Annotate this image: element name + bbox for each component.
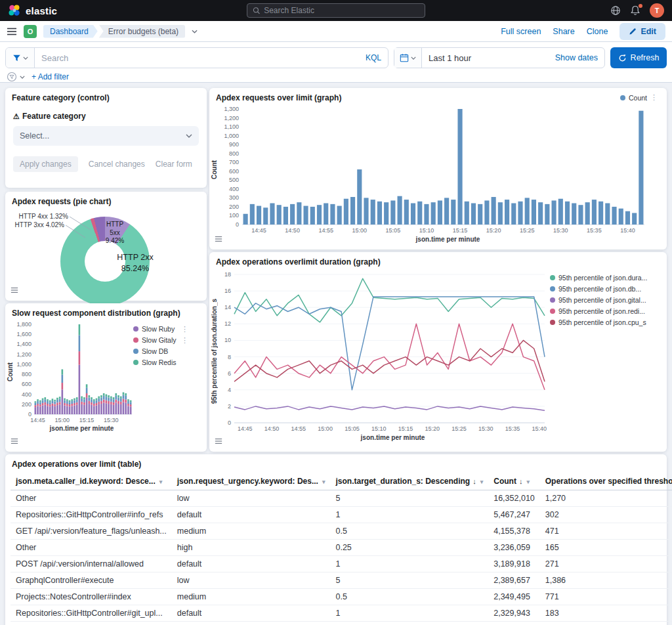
- svg-text:14: 14: [224, 304, 231, 311]
- svg-text:15:10: 15:10: [419, 227, 434, 234]
- svg-text:14:50: 14:50: [264, 425, 280, 432]
- table-cell: 0.5: [330, 523, 488, 540]
- table-cell: Other: [10, 540, 172, 556]
- legend-item-count[interactable]: Count ⋮: [620, 93, 660, 102]
- chevron-down-icon: [186, 134, 192, 138]
- legend-kebab-icon[interactable]: ⋮: [181, 324, 191, 334]
- svg-text:300: 300: [229, 194, 239, 201]
- table-cell: medium: [172, 523, 331, 540]
- legend-dot: [550, 309, 555, 314]
- breadcrumb-dashboard[interactable]: Dashboard: [43, 25, 98, 38]
- saved-query-menu-button[interactable]: [6, 48, 35, 68]
- menu-hamburger-icon[interactable]: [7, 26, 17, 37]
- panel-options-icon[interactable]: [10, 285, 18, 297]
- legend-item[interactable]: 95th percentile of json.gital...: [550, 295, 650, 305]
- svg-text:15:35: 15:35: [505, 425, 520, 432]
- panel-options-icon[interactable]: [215, 234, 222, 246]
- kql-search-box[interactable]: KQL: [35, 48, 388, 68]
- edit-button[interactable]: Edit: [620, 23, 665, 40]
- pie-callout-http4xx: HTTP 4xx 1.32%: [14, 213, 68, 220]
- time-range-display[interactable]: Last 1 hour Show dates: [422, 53, 604, 63]
- search-icon: [253, 7, 260, 14]
- global-search-input[interactable]: [264, 6, 419, 15]
- line-chart[interactable]: 02468101214161814:4514:5014:5515:0015:05…: [219, 269, 550, 433]
- feature-category-select[interactable]: Select...: [13, 126, 199, 146]
- table-row: Repositories::GitHttpController#info_ref…: [10, 507, 672, 523]
- svg-text:15:00: 15:00: [318, 425, 333, 432]
- table-row: POST /api/:version/internal/alloweddefau…: [10, 556, 672, 572]
- dashboard-grid: Feature category (control) ⚠ Feature cat…: [0, 83, 672, 625]
- table-column-header[interactable]: json.request_urgency.keyword: Des...▾: [172, 473, 331, 490]
- legend-item[interactable]: Slow DB: [133, 347, 191, 356]
- sort-descending-icon: ↓: [472, 477, 476, 485]
- table-cell: 16,352,010: [488, 490, 540, 507]
- full-screen-button[interactable]: Full screen: [501, 27, 541, 36]
- table-cell: 1,106: [540, 622, 672, 625]
- cancel-changes-button[interactable]: Cancel changes: [89, 160, 145, 169]
- add-filter-button[interactable]: + Add filter: [32, 72, 69, 81]
- chevron-down-icon[interactable]: [20, 75, 25, 79]
- svg-text:15:00: 15:00: [55, 417, 70, 423]
- legend-item[interactable]: Slow Gitaly⋮: [133, 335, 191, 345]
- global-search-box[interactable]: [247, 3, 425, 18]
- svg-text:900: 900: [229, 141, 239, 148]
- elastic-home-link[interactable]: elastic: [8, 4, 57, 17]
- stacked-bar-chart[interactable]: 02004006008001,0001,2001,4001,6001,80014…: [14, 320, 133, 424]
- svg-text:1,400: 1,400: [16, 341, 32, 347]
- date-picker-menu-button[interactable]: [394, 48, 422, 68]
- pie-callout-http3xx: HTTP 3xx 4.02%: [10, 221, 64, 228]
- svg-text:15:05: 15:05: [386, 227, 401, 234]
- panel-title: Slow request component distribution (gra…: [5, 303, 207, 319]
- table-row: Repositories::GitHttpController#git_upl.…: [10, 605, 672, 622]
- bar-chart[interactable]: 01002003004005006007008009001,0001,1001,…: [219, 105, 648, 235]
- legend-item[interactable]: Slow Redis: [133, 358, 191, 367]
- share-button[interactable]: Share: [553, 27, 574, 36]
- panel-options-icon[interactable]: [215, 436, 222, 448]
- svg-text:15:40: 15:40: [532, 425, 547, 432]
- legend-item[interactable]: Slow Ruby⋮: [133, 324, 191, 334]
- kql-toggle[interactable]: KQL: [366, 53, 381, 62]
- panel-apdex-requests-over-limit: Apdex requests over limit (graph) Count …: [209, 88, 667, 249]
- table-column-header[interactable]: Count↓▾: [488, 473, 540, 490]
- legend-item[interactable]: 95th percentile of json.redi...: [550, 307, 650, 316]
- column-menu-chevron-icon[interactable]: ▾: [526, 479, 530, 485]
- column-menu-chevron-icon[interactable]: ▾: [159, 479, 163, 485]
- legend-item[interactable]: 95th percentile of json.db...: [550, 284, 650, 293]
- dashboard-menu-chevron-icon[interactable]: [192, 30, 198, 33]
- legend-label: 95th percentile of json.cpu_s: [558, 318, 646, 327]
- show-dates-button[interactable]: Show dates: [555, 53, 598, 62]
- panel-options-icon[interactable]: [10, 436, 18, 448]
- kql-search-input[interactable]: [41, 53, 360, 63]
- svg-text:12: 12: [224, 320, 231, 327]
- panel-title: Apdex operations overlimit duration (gra…: [209, 252, 667, 268]
- table-cell: 2,160,602: [488, 622, 540, 625]
- table-column-header[interactable]: json.target_duration_s: Descending↓▾: [330, 473, 488, 490]
- clone-button[interactable]: Clone: [587, 27, 608, 36]
- table-cell: 4,155,378: [488, 523, 540, 540]
- notifications-bell-icon[interactable]: [630, 5, 640, 16]
- deployment-icon[interactable]: [610, 5, 621, 16]
- clear-form-button[interactable]: Clear form: [156, 160, 192, 169]
- table-cell: Other: [10, 490, 172, 507]
- table-cell: 183: [540, 605, 672, 622]
- table-column-header[interactable]: Operations over specified threshold...▾: [540, 473, 672, 490]
- column-menu-chevron-icon[interactable]: ▾: [480, 479, 484, 485]
- legend-item[interactable]: 95th percentile of json.cpu_s: [550, 318, 650, 327]
- legend-dot: [550, 297, 555, 303]
- table-cell: 5: [330, 572, 488, 589]
- refresh-button[interactable]: Refresh: [610, 47, 667, 68]
- table-cell: GraphqlController#execute: [10, 572, 172, 589]
- filter-circle-icon[interactable]: [7, 72, 17, 82]
- user-avatar[interactable]: T: [650, 3, 664, 18]
- legend-kebab-icon[interactable]: ⋮: [181, 335, 191, 345]
- column-menu-chevron-icon[interactable]: ▾: [322, 479, 326, 485]
- space-badge[interactable]: O: [24, 25, 37, 38]
- filter-funnel-icon: [12, 54, 21, 62]
- svg-text:16: 16: [224, 288, 231, 294]
- legend-item[interactable]: 95th percentile of json.dura...: [550, 273, 650, 282]
- legend-kebab-icon[interactable]: ⋮: [650, 93, 660, 102]
- apply-changes-button[interactable]: Apply changes: [13, 156, 78, 172]
- svg-text:400: 400: [229, 186, 239, 192]
- table-column-header[interactable]: json.meta.caller_id.keyword: Desce...▾: [10, 473, 172, 490]
- calendar-icon: [400, 53, 409, 62]
